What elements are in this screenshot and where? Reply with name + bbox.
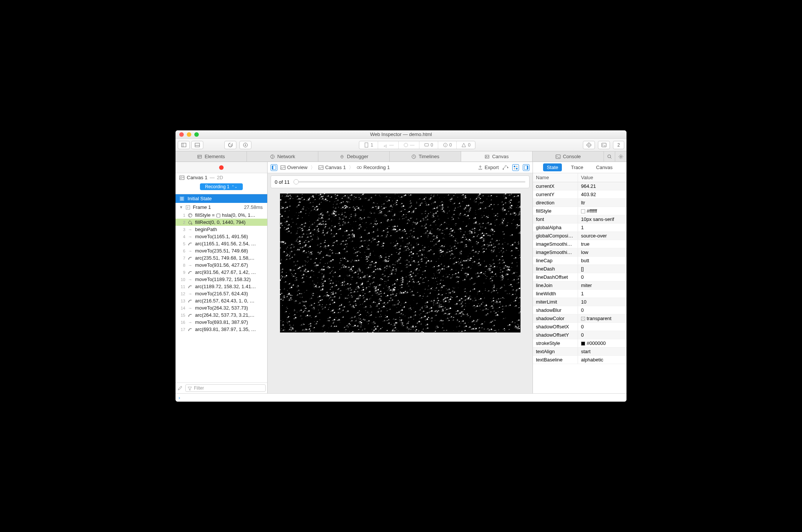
table-row[interactable]: textAlignstart bbox=[533, 348, 626, 356]
sidebar-left-toggle[interactable] bbox=[178, 141, 190, 149]
crumb-overview[interactable]: Overview bbox=[280, 165, 307, 170]
action-item[interactable]: 6→moveTo(235.51, 749.68) bbox=[176, 247, 267, 254]
table-row[interactable]: lineJoinmiter bbox=[533, 281, 626, 290]
scrubber[interactable]: 0 of 11 bbox=[271, 175, 530, 188]
svg-point-43 bbox=[189, 216, 190, 216]
export-icon bbox=[478, 165, 483, 170]
warn-segment[interactable]: 0 bbox=[457, 141, 475, 149]
list-icon bbox=[179, 196, 185, 201]
window: Web Inspector — demo.html 1 — — 0 i0 0 2… bbox=[176, 130, 626, 402]
svg-point-29 bbox=[608, 155, 611, 158]
doc-segment[interactable]: 1 bbox=[359, 141, 378, 149]
message-segment[interactable]: 0 bbox=[419, 141, 438, 149]
mute-segment[interactable]: — bbox=[378, 141, 399, 149]
scrub-track[interactable] bbox=[294, 181, 525, 183]
action-list[interactable]: Initial State ▼ F Frame 1 27.58ms 1fillS… bbox=[176, 194, 267, 382]
table-row[interactable]: shadowBlur0 bbox=[533, 306, 626, 314]
table-row[interactable]: currentX964.21 bbox=[533, 182, 626, 190]
download-button[interactable] bbox=[239, 141, 251, 149]
table-row[interactable]: strokeStyle#000000 bbox=[533, 339, 626, 348]
state-table[interactable]: Name Value currentX964.21currentY403.92d… bbox=[533, 173, 626, 393]
export-button[interactable]: Export bbox=[478, 165, 499, 170]
table-row[interactable]: shadowOffsetY0 bbox=[533, 331, 626, 339]
left-panel-toggle[interactable] bbox=[271, 164, 277, 171]
action-item[interactable]: 17arc(693.81, 387.97, 1.35, … bbox=[176, 326, 267, 333]
titlebar[interactable]: Web Inspector — demo.html bbox=[176, 130, 626, 139]
right-panel-toggle[interactable] bbox=[523, 164, 530, 171]
action-item[interactable]: 1fillStyle = ▢ hsla(0, 0%, 1… bbox=[176, 212, 267, 219]
maximize-button[interactable] bbox=[194, 132, 199, 137]
table-row[interactable]: globalComposi…source-over bbox=[533, 232, 626, 240]
action-item[interactable]: 4→moveTo(1165.1, 491.56) bbox=[176, 233, 267, 240]
console-button[interactable] bbox=[598, 141, 610, 149]
action-item[interactable]: 8→moveTo(931.56, 427.67) bbox=[176, 261, 267, 269]
sidebar-bottom-toggle[interactable] bbox=[191, 141, 203, 149]
table-row[interactable]: imageSmoothi…true bbox=[533, 240, 626, 248]
table-row[interactable]: miterLimit10 bbox=[533, 298, 626, 306]
action-item[interactable]: 5arc(1165.1, 491.56, 2.54, … bbox=[176, 240, 267, 247]
table-row[interactable]: lineCapbutt bbox=[533, 257, 626, 265]
tab-debugger[interactable]: Debugger bbox=[318, 151, 390, 162]
recording-select[interactable]: Recording 1⌃⌄ bbox=[200, 183, 243, 190]
svg-point-41 bbox=[189, 214, 190, 215]
table-row[interactable]: font10px sans-serif bbox=[533, 215, 626, 224]
filter-input[interactable]: Filter bbox=[185, 384, 266, 392]
frame-item[interactable]: ▼ F Frame 1 27.58ms bbox=[176, 203, 267, 212]
svg-rect-2 bbox=[195, 143, 200, 147]
action-item[interactable]: 10→moveTo(1189.72, 158.32) bbox=[176, 276, 267, 283]
scrub-thumb[interactable] bbox=[294, 179, 299, 184]
tab-console[interactable]: Console bbox=[533, 151, 604, 162]
traffic-lights bbox=[176, 132, 199, 137]
table-row[interactable]: lineDashOffset0 bbox=[533, 273, 626, 281]
tab-state[interactable]: State bbox=[543, 163, 562, 171]
table-row[interactable]: currentY403.92 bbox=[533, 190, 626, 199]
action-item[interactable]: 2fillRect(0, 0, 1440, 794) bbox=[176, 219, 267, 226]
target-button[interactable] bbox=[583, 141, 595, 149]
settings-button[interactable] bbox=[615, 151, 626, 162]
table-row[interactable]: textBaselinealphabetic bbox=[533, 356, 626, 364]
close-button[interactable] bbox=[179, 132, 184, 137]
pencil-icon[interactable] bbox=[177, 385, 183, 391]
table-row[interactable]: lineWidth1 bbox=[533, 290, 626, 298]
action-item[interactable]: 11arc(1189.72, 158.32, 1.41… bbox=[176, 283, 267, 290]
tab-timelines[interactable]: Timelines bbox=[390, 151, 461, 162]
initial-state-item[interactable]: Initial State bbox=[176, 194, 267, 203]
action-item[interactable]: 3→beginPath bbox=[176, 226, 267, 233]
crumb-recording[interactable]: Recording 1 bbox=[357, 165, 390, 170]
tab-network[interactable]: Network bbox=[247, 151, 318, 162]
minimize-button[interactable] bbox=[187, 132, 191, 137]
table-row[interactable]: lineDash[] bbox=[533, 265, 626, 273]
canvas-item[interactable]: Canvas 1— 2D bbox=[176, 173, 267, 182]
tab-canvas[interactable]: Canvas bbox=[461, 151, 533, 162]
console-prompt[interactable]: › bbox=[176, 393, 626, 402]
grid-toggle[interactable] bbox=[512, 164, 519, 171]
info-segment[interactable]: i0 bbox=[438, 141, 457, 149]
path-icon[interactable] bbox=[502, 165, 508, 171]
time-segment[interactable]: — bbox=[399, 141, 419, 149]
svg-text:F: F bbox=[187, 206, 189, 209]
action-item[interactable]: 15arc(264.32, 537.73, 3.21,… bbox=[176, 311, 267, 319]
action-item[interactable]: 12→moveTo(216.57, 624.43) bbox=[176, 290, 267, 297]
action-item[interactable]: 14→moveTo(264.32, 537.73) bbox=[176, 304, 267, 311]
tab-trace[interactable]: Trace bbox=[567, 163, 587, 171]
reload-button[interactable] bbox=[224, 141, 236, 149]
action-item[interactable]: 7arc(235.51, 749.68, 1.58,… bbox=[176, 254, 267, 261]
table-row[interactable]: shadowOffsetX0 bbox=[533, 323, 626, 331]
table-row[interactable]: fillStyle#ffffff bbox=[533, 207, 626, 215]
action-item[interactable]: 13arc(216.57, 624.43, 1, 0, … bbox=[176, 297, 267, 304]
tab-canvas-detail[interactable]: Canvas bbox=[592, 163, 616, 171]
table-row[interactable]: shadowColortransparent bbox=[533, 314, 626, 323]
action-item[interactable]: 16→moveTo(693.81, 387.97) bbox=[176, 319, 267, 326]
svg-rect-56 bbox=[516, 168, 518, 169]
svg-line-23 bbox=[340, 156, 341, 156]
search-button[interactable] bbox=[604, 151, 615, 162]
tab-elements[interactable]: Elements bbox=[176, 151, 247, 162]
table-row[interactable]: directionltr bbox=[533, 199, 626, 207]
svg-rect-47 bbox=[281, 166, 285, 169]
count-badge[interactable]: 2 bbox=[613, 141, 624, 149]
crumb-canvas[interactable]: Canvas 1 bbox=[318, 165, 346, 170]
record-indicator[interactable] bbox=[176, 162, 267, 173]
action-item[interactable]: 9arc(931.56, 427.67, 1.42, … bbox=[176, 269, 267, 276]
table-row[interactable]: globalAlpha1 bbox=[533, 224, 626, 232]
table-row[interactable]: imageSmoothi…low bbox=[533, 248, 626, 257]
